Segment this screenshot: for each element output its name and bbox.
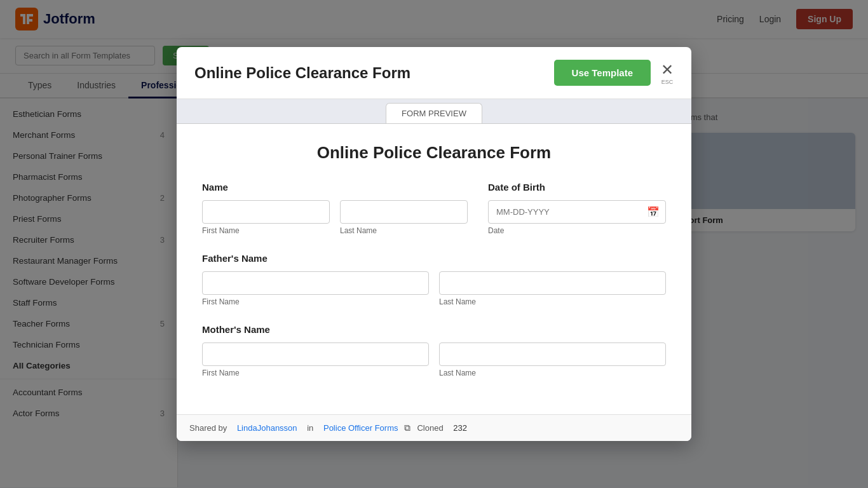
modal-overlay[interactable]: Online Police Clearance Form Use Templat… <box>0 0 868 487</box>
in-text: in <box>307 423 313 433</box>
dob-input[interactable] <box>488 200 666 224</box>
name-first-field: First Name <box>202 200 330 235</box>
fathers-name-section: Father's Name First Name Last Name <box>202 253 666 306</box>
dob-sublabel: Date <box>488 226 666 235</box>
date-wrapper: 📅 <box>488 200 666 224</box>
modal-footer: Shared by LindaJohansson in Police Offic… <box>177 414 691 441</box>
modal-body: Online Police Clearance Form Name First … <box>177 124 691 414</box>
mothers-name-section: Mother's Name First Name Last Name <box>202 324 666 377</box>
mothers-name-label: Mother's Name <box>202 324 666 335</box>
form-preview-title: Online Police Clearance Form <box>202 143 666 163</box>
father-last-sublabel: Last Name <box>439 297 666 306</box>
modal: Online Police Clearance Form Use Templat… <box>177 47 691 441</box>
dob-section-label: Date of Birth <box>488 182 666 193</box>
author-link[interactable]: LindaJohansson <box>237 423 297 433</box>
modal-tabs: FORM PREVIEW <box>177 99 691 124</box>
dob-field: 📅 Date <box>488 200 666 235</box>
first-name-sublabel: First Name <box>202 226 330 235</box>
clone-icon: ⧉ <box>404 423 410 433</box>
father-first-sublabel: First Name <box>202 297 429 306</box>
fathers-name-label: Father's Name <box>202 253 666 264</box>
calendar-icon: 📅 <box>647 206 660 218</box>
name-last-field: Last Name <box>340 200 468 235</box>
father-last-field: Last Name <box>439 271 666 306</box>
form-preview-tab[interactable]: FORM PREVIEW <box>386 103 482 123</box>
close-button[interactable]: ✕ ESC <box>661 61 674 85</box>
father-first-input[interactable] <box>202 271 429 295</box>
last-name-input[interactable] <box>340 200 468 224</box>
modal-header: Online Police Clearance Form Use Templat… <box>177 47 691 99</box>
cloned-count: 232 <box>453 423 467 433</box>
mother-last-field: Last Name <box>439 342 666 377</box>
modal-header-actions: Use Template ✕ ESC <box>554 60 674 86</box>
mother-first-field: First Name <box>202 342 429 377</box>
mother-last-sublabel: Last Name <box>439 369 666 377</box>
use-template-button[interactable]: Use Template <box>554 60 651 86</box>
category-link[interactable]: Police Officer Forms <box>323 423 398 433</box>
shared-by-text: Shared by <box>189 423 227 433</box>
mother-first-sublabel: First Name <box>202 369 429 377</box>
last-name-sublabel: Last Name <box>340 226 468 235</box>
first-name-input[interactable] <box>202 200 330 224</box>
mother-first-input[interactable] <box>202 342 429 366</box>
father-first-field: First Name <box>202 271 429 306</box>
mother-last-input[interactable] <box>439 342 666 366</box>
modal-title: Online Police Clearance Form <box>194 64 410 82</box>
cloned-text: Cloned <box>417 423 443 433</box>
father-last-input[interactable] <box>439 271 666 295</box>
close-icon: ✕ <box>661 61 674 79</box>
esc-label: ESC <box>661 79 674 85</box>
name-section-label: Name <box>202 182 468 193</box>
